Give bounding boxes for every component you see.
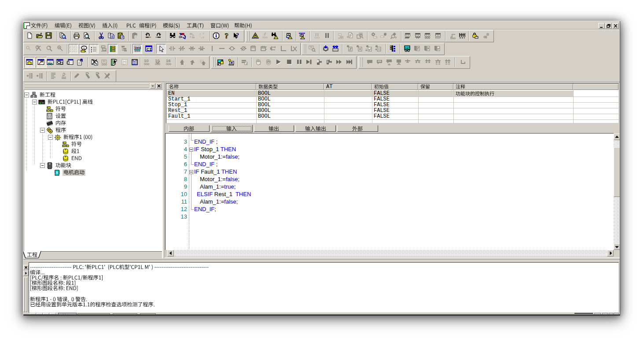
svg-text:w: w	[83, 46, 85, 50]
svg-text:A: A	[199, 33, 201, 35]
svg-text:CI: CI	[147, 47, 151, 52]
svg-text:?: ?	[236, 32, 239, 39]
svg-text:S: S	[56, 171, 58, 174]
svg-text:?: ?	[225, 32, 229, 39]
svg-text:SMA: SMA	[135, 46, 141, 49]
svg-text:002: 002	[133, 63, 137, 66]
svg-text:10: 10	[144, 59, 149, 63]
svg-text:16: 16	[166, 59, 171, 63]
svg-text:B: B	[202, 36, 204, 39]
svg-text:HC: HC	[405, 46, 411, 50]
